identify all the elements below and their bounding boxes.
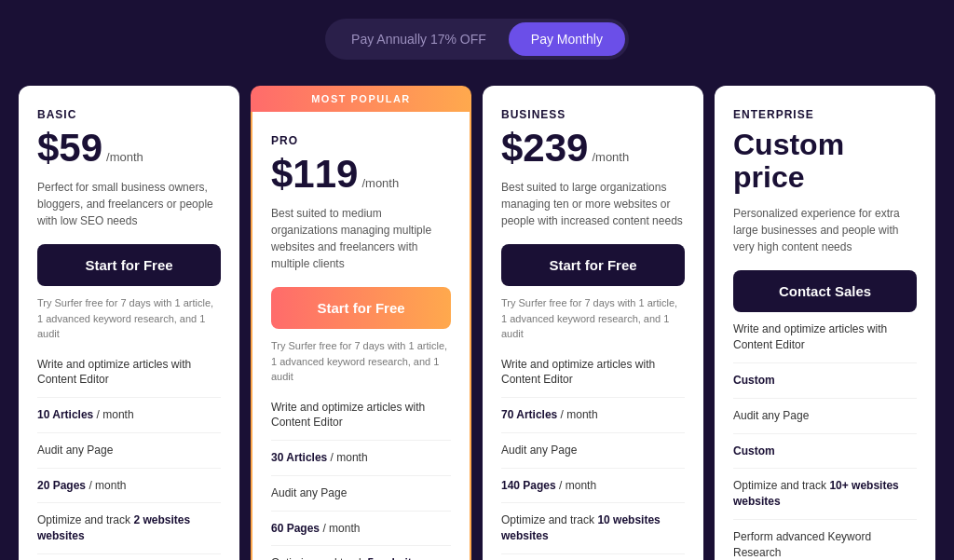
feature-keyword-research: Perform advanced Keyword Research	[733, 519, 917, 560]
feature-keyword-research: Perform advanced Keyword Research	[501, 553, 685, 560]
billing-toggle: Pay Annually 17% OFF Pay Monthly	[325, 19, 629, 60]
price-amount: $119	[271, 155, 358, 194]
feature-articles: 30 Articles / month	[271, 440, 451, 466]
price-period: /month	[361, 176, 399, 190]
feature-audit: Audit any Page	[501, 432, 685, 458]
plan-price: $119 /month	[271, 155, 451, 194]
feature-content-editor: Write and optimize articles with Content…	[733, 321, 917, 353]
cta-button-enterprise[interactable]: Contact Sales	[733, 270, 917, 312]
plan-tier-enterprise: ENTERPRISE	[733, 108, 917, 121]
plan-price: $59 /month	[37, 129, 221, 168]
feature-content-editor: Write and optimize articles with Content…	[37, 357, 221, 389]
plan-description-business: Best suited to large organizations manag…	[501, 179, 685, 229]
plan-card-pro: PRO $119 /month Best suited to medium or…	[251, 112, 471, 560]
plan-tier-basic: BASIC	[37, 108, 221, 121]
features-list-enterprise: Write and optimize articles with Content…	[733, 321, 917, 560]
feature-websites: Optimize and track 10 websites websites	[501, 502, 685, 544]
monthly-toggle-btn[interactable]: Pay Monthly	[509, 22, 625, 56]
annual-toggle-btn[interactable]: Pay Annually 17% OFF	[329, 22, 509, 56]
feature-audit: Audit any Page	[37, 432, 221, 458]
popular-wrapper: MOST POPULAR PRO $119 /month Best suited…	[251, 86, 471, 560]
feature-pages: Custom	[733, 433, 917, 459]
plan-description-enterprise: Personalized experience for extra large …	[733, 205, 917, 255]
feature-audit: Audit any Page	[733, 398, 917, 424]
plan-description-basic: Perfect for small business owners, blogg…	[37, 179, 221, 229]
plans-container: BASIC $59 /month Perfect for small busin…	[19, 86, 935, 560]
trial-text-basic: Try Surfer free for 7 days with 1 articl…	[37, 295, 221, 342]
trial-text-business: Try Surfer free for 7 days with 1 articl…	[501, 295, 685, 342]
features-list-business: Write and optimize articles with Content…	[501, 357, 685, 561]
price-amount: $59	[37, 129, 102, 168]
cta-button-pro[interactable]: Start for Free	[271, 287, 451, 329]
plan-card-business: BUSINESS $239 /month Best suited to larg…	[483, 86, 703, 560]
feature-pages: 140 Pages / month	[501, 468, 685, 494]
feature-websites: Optimize and track 5 websites websites	[271, 545, 451, 560]
feature-pages: 60 Pages / month	[271, 511, 451, 537]
feature-keyword-research: Perform advanced Keyword Research	[37, 553, 221, 560]
price-period: /month	[106, 150, 143, 164]
feature-pages: 20 Pages / month	[37, 468, 221, 494]
feature-content-editor: Write and optimize articles with Content…	[271, 400, 451, 431]
feature-audit: Audit any Page	[271, 475, 451, 501]
trial-text-pro: Try Surfer free for 7 days with 1 articl…	[271, 338, 451, 385]
price-amount: $239	[501, 129, 588, 168]
feature-articles: Custom	[733, 362, 917, 389]
features-list-basic: Write and optimize articles with Content…	[37, 357, 221, 561]
plan-card-enterprise: ENTERPRISE Custom price Personalized exp…	[715, 86, 935, 560]
cta-button-business[interactable]: Start for Free	[501, 244, 685, 286]
feature-articles: 70 Articles / month	[501, 397, 685, 423]
features-list-pro: Write and optimize articles with Content…	[271, 400, 451, 561]
plan-price: $239 /month	[501, 129, 685, 168]
popular-badge: MOST POPULAR	[251, 86, 471, 112]
feature-content-editor: Write and optimize articles with Content…	[501, 357, 685, 389]
plan-price: Custom price	[733, 129, 917, 194]
feature-websites: Optimize and track 2 websites websites	[37, 502, 221, 544]
plan-card-basic: BASIC $59 /month Perfect for small busin…	[19, 86, 239, 560]
feature-articles: 10 Articles / month	[37, 397, 221, 423]
plan-description-pro: Best suited to medium organizations mana…	[271, 205, 451, 272]
price-period: /month	[592, 150, 629, 164]
cta-button-basic[interactable]: Start for Free	[37, 244, 221, 286]
feature-websites: Optimize and track 10+ websites websites	[733, 468, 917, 510]
plan-tier-business: BUSINESS	[501, 108, 685, 121]
plan-tier-pro: PRO	[271, 134, 451, 147]
